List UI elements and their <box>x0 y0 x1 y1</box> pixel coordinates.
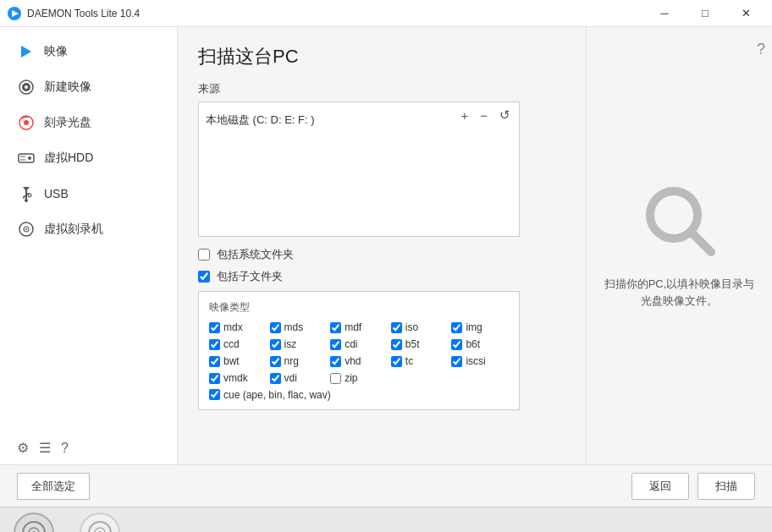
svg-rect-8 <box>19 154 34 162</box>
type-item-mdf[interactable]: mdf <box>330 321 388 333</box>
type-item-b6t[interactable]: b6t <box>451 338 509 350</box>
type-label-mdx: mdx <box>223 321 243 333</box>
type-checkbox-b5t[interactable] <box>391 339 402 350</box>
type-item-cdi[interactable]: cdi <box>330 338 388 350</box>
type-checkbox-iso[interactable] <box>391 322 402 333</box>
type-checkbox-b6t[interactable] <box>451 339 462 350</box>
type-checkbox-img[interactable] <box>451 322 462 333</box>
type-checkbox-tc[interactable] <box>391 356 402 367</box>
type-item-ccd[interactable]: ccd <box>209 338 267 350</box>
source-label: 来源 <box>198 81 565 96</box>
svg-point-18 <box>25 199 28 202</box>
sidebar-item-new-image[interactable]: 新建映像 <box>0 69 177 105</box>
type-label-tc: tc <box>405 355 413 367</box>
taskbar-item-drive-h[interactable]: (H:) 空白 <box>14 513 54 532</box>
svg-point-7 <box>24 120 29 125</box>
scan-icon <box>642 183 718 262</box>
type-checkbox-mds[interactable] <box>270 322 281 333</box>
type-item-b5t[interactable]: b5t <box>391 338 449 350</box>
types-grid: mdxmdsmdfisoimgccdiszcdib5tb6tbwtnrgvhdt… <box>209 321 509 384</box>
help-button[interactable]: ? <box>757 41 765 58</box>
type-checkbox-vmdk[interactable] <box>209 373 220 384</box>
sidebar-label-virtual-recorder: 虚拟刻录机 <box>44 222 103 237</box>
add-source-button[interactable]: + <box>457 106 471 124</box>
include-sub-checkbox[interactable] <box>198 271 210 282</box>
type-item-nrg[interactable]: nrg <box>270 355 328 367</box>
type-item-tc[interactable]: tc <box>391 355 449 367</box>
taskbar-item-quick-mount[interactable]: 快速装载 <box>80 513 120 532</box>
sidebar-item-virtual-recorder[interactable]: 虚拟刻录机 <box>0 211 177 247</box>
titlebar: DAEMON Tools Lite 10.4 ─ □ ✕ <box>0 0 772 27</box>
type-label-mds: mds <box>284 321 304 333</box>
sources-box: + − ↺ 本地磁盘 (C: D: E: F: ) <box>198 101 520 237</box>
right-panel: ? 扫描你的PC,以填补映像目录与光盘映像文件。 <box>586 27 772 464</box>
sidebar-label-burn-disc: 刻录光盘 <box>44 115 91 130</box>
scan-description: 扫描你的PC,以填补映像目录与光盘映像文件。 <box>604 276 755 309</box>
type-checkbox-zip[interactable] <box>330 373 341 384</box>
type-checkbox-vdi[interactable] <box>270 373 281 384</box>
settings-icon[interactable]: ⚙ <box>17 440 29 456</box>
help-sidebar-icon[interactable]: ? <box>61 441 69 456</box>
app-title: DAEMON Tools Lite 10.4 <box>27 8 645 19</box>
svg-point-24 <box>23 522 45 532</box>
cue-checkbox[interactable] <box>209 389 220 400</box>
burn-disc-icon <box>17 113 36 132</box>
sidebar-item-virtual-hdd[interactable]: 虚拟HDD <box>0 140 177 176</box>
window-controls: ─ □ ✕ <box>645 0 765 27</box>
cue-label-row[interactable]: cue (ape, bin, flac, wav) <box>209 389 509 401</box>
type-item-mdx[interactable]: mdx <box>209 321 267 333</box>
type-item-img[interactable]: img <box>451 321 509 333</box>
type-label-iscsi: iscsi <box>466 355 485 367</box>
type-label-bwt: bwt <box>223 355 240 367</box>
type-item-isz[interactable]: isz <box>270 338 328 350</box>
type-item-vmdk[interactable]: vmdk <box>209 372 267 384</box>
source-entry-text: 本地磁盘 (C: D: E: F: ) <box>206 113 315 126</box>
svg-point-27 <box>89 522 111 532</box>
images-icon <box>17 42 36 61</box>
include-system-checkbox[interactable] <box>198 249 210 261</box>
type-item-vhd[interactable]: vhd <box>330 355 388 367</box>
type-item-iso[interactable]: iso <box>391 321 449 333</box>
close-button[interactable]: ✕ <box>726 0 765 27</box>
type-checkbox-iscsi[interactable] <box>451 356 462 367</box>
content-wrapper: 扫描这台PC 来源 + − ↺ 本地磁盘 (C: D: E: F: ) 包括系统… <box>178 27 772 464</box>
type-checkbox-bwt[interactable] <box>209 356 220 367</box>
type-checkbox-ccd[interactable] <box>209 339 220 350</box>
sidebar-item-usb[interactable]: USB <box>0 176 177 211</box>
include-system-row[interactable]: 包括系统文件夹 <box>198 247 565 262</box>
type-label-iso: iso <box>405 321 418 333</box>
type-checkbox-isz[interactable] <box>270 339 281 350</box>
type-item-mds[interactable]: mds <box>270 321 328 333</box>
type-checkbox-mdf[interactable] <box>330 322 341 333</box>
type-item-bwt[interactable]: bwt <box>209 355 267 367</box>
type-label-vdi: vdi <box>284 372 297 384</box>
back-button[interactable]: 返回 <box>631 473 689 500</box>
minimize-button[interactable]: ─ <box>645 0 684 27</box>
sidebar-item-burn-disc[interactable]: 刻录光盘 <box>0 105 177 140</box>
type-label-ccd: ccd <box>223 338 240 350</box>
sidebar-label-new-image: 新建映像 <box>44 80 91 95</box>
type-label-img: img <box>466 321 482 333</box>
select-all-button[interactable]: 全部选定 <box>17 473 90 500</box>
type-item-vdi[interactable]: vdi <box>270 372 328 384</box>
maximize-button[interactable]: □ <box>686 0 725 27</box>
main-container: 映像 新建映像 刻录光盘 <box>0 27 772 464</box>
sidebar-item-images[interactable]: 映像 <box>0 34 177 69</box>
type-checkbox-nrg[interactable] <box>270 356 281 367</box>
remove-source-button[interactable]: − <box>477 106 491 124</box>
scan-button[interactable]: 扫描 <box>698 473 755 500</box>
sidebar-label-usb: USB <box>44 187 69 200</box>
type-checkbox-mdx[interactable] <box>209 322 220 333</box>
type-checkbox-cdi[interactable] <box>330 339 341 350</box>
refresh-source-button[interactable]: ↺ <box>496 106 514 124</box>
type-checkbox-vhd[interactable] <box>330 356 341 367</box>
list-icon[interactable]: ☰ <box>39 440 51 456</box>
type-label-zip: zip <box>345 372 357 384</box>
type-item-zip[interactable]: zip <box>330 372 388 384</box>
type-item-iscsi[interactable]: iscsi <box>451 355 509 367</box>
include-sub-row[interactable]: 包括子文件夹 <box>198 269 565 284</box>
svg-point-9 <box>28 156 31 160</box>
svg-line-23 <box>691 232 711 252</box>
type-label-b6t: b6t <box>466 338 480 350</box>
action-bar: 全部选定 返回 扫描 <box>0 464 772 507</box>
